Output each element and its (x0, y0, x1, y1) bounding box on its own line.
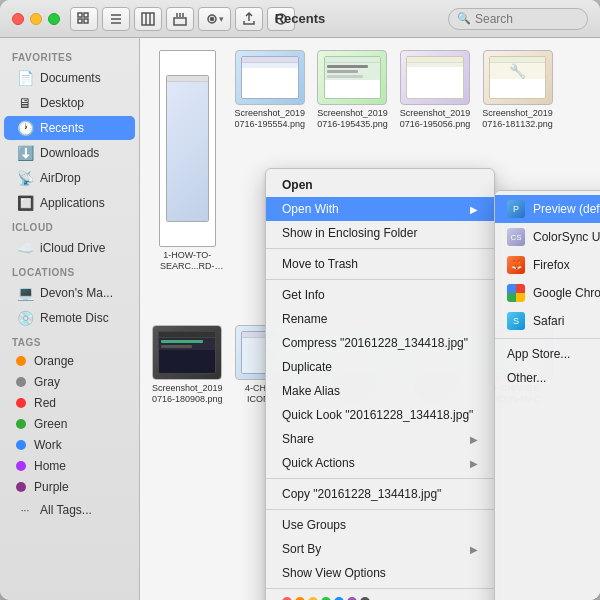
sidebar-item-all-tags[interactable]: ··· All Tags... (4, 498, 135, 522)
icon-view-button[interactable] (70, 7, 98, 31)
sidebar-item-orange[interactable]: Orange (4, 351, 135, 371)
svg-rect-10 (174, 18, 186, 25)
context-use-groups[interactable]: Use Groups (266, 513, 494, 537)
context-show-enclosing[interactable]: Show in Enclosing Folder (266, 221, 494, 245)
duplicate-label: Duplicate (282, 360, 332, 374)
submenu-preview[interactable]: P Preview (default) (495, 195, 600, 223)
svg-rect-3 (84, 19, 88, 23)
sidebar-item-downloads[interactable]: ⬇️ Downloads (4, 141, 135, 165)
show-enclosing-label: Show in Enclosing Folder (282, 226, 417, 240)
submenu-app-store[interactable]: App Store... (495, 342, 600, 366)
context-show-view[interactable]: Show View Options (266, 561, 494, 585)
context-open-with[interactable]: Open With ▶ (266, 197, 494, 221)
context-tags-row[interactable] (266, 592, 494, 600)
context-move-trash[interactable]: Move to Trash (266, 252, 494, 276)
show-view-label: Show View Options (282, 566, 386, 580)
sidebar-item-work[interactable]: Work (4, 435, 135, 455)
desktop-icon: 🖥 (16, 94, 34, 112)
search-input[interactable] (475, 12, 579, 26)
orange-label: Orange (34, 354, 74, 368)
share-button[interactable] (235, 7, 263, 31)
context-open[interactable]: Open (266, 173, 494, 197)
file-name: Screenshot_2019 0716-180908.png (152, 383, 223, 405)
list-view-button[interactable] (102, 7, 130, 31)
sidebar-item-red[interactable]: Red (4, 393, 135, 413)
safari-icon: S (507, 312, 525, 330)
sidebar: Favorites 📄 Documents 🖥 Desktop 🕐 Recent… (0, 38, 140, 600)
sidebar-item-desktop[interactable]: 🖥 Desktop (4, 91, 135, 115)
context-sort-by[interactable]: Sort By ▶ (266, 537, 494, 561)
sidebar-item-recents[interactable]: 🕐 Recents (4, 116, 135, 140)
make-alias-label: Make Alias (282, 384, 340, 398)
gray-dot (16, 377, 26, 387)
sidebar-item-icloud-drive[interactable]: ☁️ iCloud Drive (4, 236, 135, 260)
share-label: Share (282, 432, 314, 446)
orange-dot (16, 356, 26, 366)
sidebar-item-home[interactable]: Home (4, 456, 135, 476)
devons-mac-label: Devon's Ma... (40, 286, 113, 300)
context-rename[interactable]: Rename (266, 307, 494, 331)
context-menu-wrapper: Open Open With ▶ Show in Enclosing Folde… (265, 168, 600, 600)
sidebar-item-gray[interactable]: Gray (4, 372, 135, 392)
search-icon: 🔍 (457, 12, 471, 25)
red-dot (16, 398, 26, 408)
svg-rect-2 (78, 19, 82, 23)
rename-label: Rename (282, 312, 327, 326)
purple-label: Purple (34, 480, 69, 494)
gray-label: Gray (34, 375, 60, 389)
submenu-firefox[interactable]: 🦊 Firefox (495, 251, 600, 279)
maximize-button[interactable] (48, 13, 60, 25)
sort-arrow: ▶ (470, 544, 478, 555)
separator (266, 279, 494, 280)
submenu-chrome[interactable]: Google Chrome (495, 279, 600, 307)
context-share[interactable]: Share ▶ (266, 427, 494, 451)
context-copy[interactable]: Copy "20161228_134418.jpg" (266, 482, 494, 506)
submenu-safari[interactable]: S Safari (495, 307, 600, 335)
toolbar: ▾ (70, 7, 448, 31)
sidebar-item-applications[interactable]: 🔲 Applications (4, 191, 135, 215)
separator (266, 248, 494, 249)
icloud-section-label: iCloud (0, 216, 139, 235)
context-make-alias[interactable]: Make Alias (266, 379, 494, 403)
documents-icon: 📄 (16, 69, 34, 87)
applications-icon: 🔲 (16, 194, 34, 212)
file-name: Screenshot_2019 0716-181132.png (482, 108, 553, 130)
all-tags-label: All Tags... (40, 503, 92, 517)
context-compress[interactable]: Compress "20161228_134418.jpg" (266, 331, 494, 355)
search-box[interactable]: 🔍 (448, 8, 588, 30)
recents-label: Recents (40, 121, 84, 135)
all-tags-icon: ··· (16, 501, 34, 519)
minimize-button[interactable] (30, 13, 42, 25)
sidebar-item-devons-mac[interactable]: 💻 Devon's Ma... (4, 281, 135, 305)
context-get-info[interactable]: Get Info (266, 283, 494, 307)
list-item[interactable]: Screenshot_2019 0716-180908.png (148, 321, 227, 592)
chrome-label: Google Chrome (533, 286, 600, 300)
close-button[interactable] (12, 13, 24, 25)
colorsync-icon: CS (507, 228, 525, 246)
column-view-button[interactable] (134, 7, 162, 31)
sidebar-item-remote-disc[interactable]: 💿 Remote Disc (4, 306, 135, 330)
file-name: Screenshot_2019 0716-195554.png (235, 108, 306, 130)
gallery-view-button[interactable] (166, 7, 194, 31)
open-with-submenu: P Preview (default) CS (494, 190, 600, 600)
sidebar-item-documents[interactable]: 📄 Documents (4, 66, 135, 90)
sidebar-item-green[interactable]: Green (4, 414, 135, 434)
arrange-button[interactable]: ▾ (198, 7, 231, 31)
separator (266, 588, 494, 589)
sidebar-item-purple[interactable]: Purple (4, 477, 135, 497)
submenu-other[interactable]: Other... (495, 366, 600, 390)
submenu-colorsync[interactable]: CS ColorSync Utility (495, 223, 600, 251)
context-quick-look[interactable]: Quick Look "20161228_134418.jpg" (266, 403, 494, 427)
context-duplicate[interactable]: Duplicate (266, 355, 494, 379)
safari-label: Safari (533, 314, 564, 328)
firefox-label: Firefox (533, 258, 570, 272)
sidebar-item-airdrop[interactable]: 📡 AirDrop (4, 166, 135, 190)
list-item[interactable]: 1-HOW-TO-SEARC...RD-MAC (148, 46, 227, 317)
context-quick-actions[interactable]: Quick Actions ▶ (266, 451, 494, 475)
red-label: Red (34, 396, 56, 410)
open-label: Open (282, 178, 313, 192)
tags-section-label: Tags (0, 331, 139, 350)
green-label: Green (34, 417, 67, 431)
context-menu: Open Open With ▶ Show in Enclosing Folde… (265, 168, 495, 600)
content-area: Favorites 📄 Documents 🖥 Desktop 🕐 Recent… (0, 38, 600, 600)
